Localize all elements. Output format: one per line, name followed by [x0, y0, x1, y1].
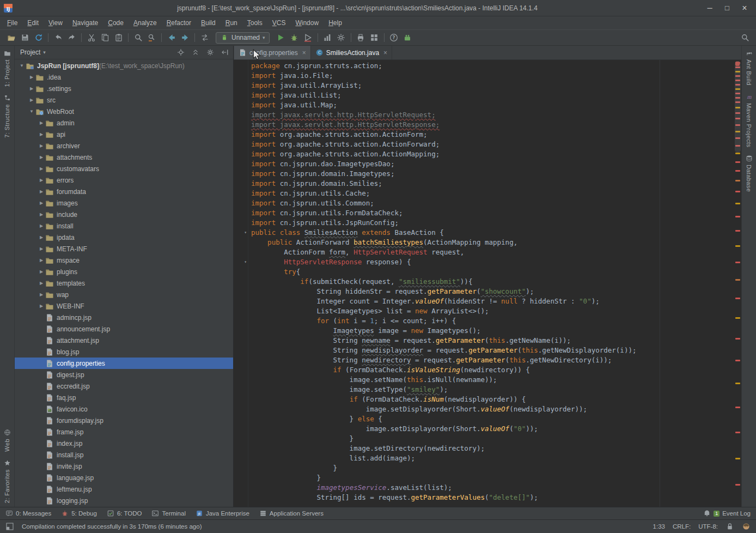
stripe-mark[interactable] — [735, 245, 740, 247]
tree-item-errors[interactable]: ▶errors — [15, 174, 233, 186]
tree-item-plugins[interactable]: ▶plugins — [15, 266, 233, 277]
tree-item-favicon.ico[interactable]: favicon.ico — [15, 403, 233, 415]
toolwindow-button-java-enterprise[interactable]: JEJava Enterprise — [196, 510, 249, 517]
tree-item-images[interactable]: ▶images — [15, 197, 233, 209]
tree-item-api[interactable]: ▶api — [15, 129, 233, 140]
code-area[interactable]: package cn.jsprun.struts.action;import j… — [249, 60, 734, 507]
profile-button[interactable] — [321, 31, 334, 44]
tree-item-attachments[interactable]: ▶attachments — [15, 152, 233, 163]
stripe-mark[interactable] — [735, 484, 740, 486]
menu-item-run[interactable]: Run — [221, 17, 242, 28]
stripe-mark[interactable] — [735, 170, 740, 172]
close-tab-icon[interactable]: × — [302, 49, 306, 57]
menu-item-code[interactable]: Code — [103, 17, 129, 28]
plugin-button[interactable] — [401, 31, 414, 44]
print-button[interactable] — [354, 31, 368, 44]
stripe-mark[interactable] — [735, 262, 740, 263]
tree-item-webroot[interactable]: ▼WebRoot — [15, 106, 233, 117]
paste-button[interactable] — [112, 31, 125, 44]
tree-item-.idea[interactable]: ▶.idea — [15, 71, 233, 83]
tree-item-customavatars[interactable]: ▶customavatars — [15, 163, 233, 174]
coverage-button[interactable] — [301, 31, 315, 44]
tree-item-blog.jsp[interactable]: blog.jsp — [15, 346, 233, 358]
tool-button-1-project[interactable]: 1: Project — [4, 46, 11, 90]
stripe-mark[interactable] — [735, 279, 740, 281]
tool-button-web[interactable]: Web — [4, 425, 11, 456]
tree-item-leftmenu.jsp[interactable]: leftmenu.jsp — [15, 483, 233, 495]
save-button[interactable] — [18, 31, 32, 44]
menu-item-help[interactable]: Help — [324, 17, 347, 28]
menu-item-edit[interactable]: Edit — [22, 17, 44, 28]
locate-file-button[interactable] — [175, 47, 187, 58]
tree-item-admin[interactable]: ▶admin — [15, 117, 233, 129]
menu-item-window[interactable]: Window — [290, 17, 324, 28]
stripe-mark[interactable] — [735, 458, 740, 459]
tree-item-digest.jsp[interactable]: digest.jsp — [15, 369, 233, 380]
tool-button-7-structure[interactable]: 7: Structure — [4, 90, 11, 142]
fold-marker-icon[interactable]: ▾ — [244, 230, 247, 235]
forward-button[interactable] — [178, 31, 192, 44]
minimize-button[interactable]: ─ — [702, 2, 718, 14]
compare-button[interactable] — [198, 31, 211, 44]
toolwindow-toggle-icon[interactable] — [5, 522, 14, 531]
run-configuration-select[interactable]: Unnamed▾ — [216, 32, 270, 44]
tree-item-install.jsp[interactable]: install.jsp — [15, 449, 233, 461]
menu-item-view[interactable]: View — [44, 17, 68, 28]
open-button[interactable] — [4, 31, 18, 44]
tool-button-ant-build[interactable]: Ant Build — [746, 46, 753, 89]
tree-item-.settings[interactable]: ▶.settings — [15, 83, 233, 94]
editor-tab-config.properties[interactable]: config.properties× — [234, 46, 311, 59]
hector-inspector-icon[interactable] — [742, 522, 751, 531]
tree-item-config.properties[interactable]: config.properties — [15, 358, 233, 369]
stripe-mark[interactable] — [735, 216, 740, 217]
tree-item-language.jsp[interactable]: language.jsp — [15, 472, 233, 483]
tool-button-database[interactable]: Database — [746, 151, 753, 196]
tree-item-wap[interactable]: ▶wap — [15, 289, 233, 300]
lock-icon[interactable] — [725, 522, 734, 531]
toolwindow-button-0-messages[interactable]: 0: Messages — [5, 510, 51, 517]
gear-icon[interactable] — [204, 47, 216, 58]
tree-item-frame.jsp[interactable]: frame.jsp — [15, 426, 233, 438]
tree-item-jsprun-jsprunutf8[interactable]: ▼JspRun [jsprunutf8] (E:\test_work_space… — [15, 60, 233, 71]
stripe-mark[interactable] — [735, 230, 740, 232]
copy-button[interactable] — [98, 31, 112, 44]
search-button[interactable] — [738, 31, 752, 44]
toolwindow-button-6-todo[interactable]: 6: TODO — [107, 510, 142, 517]
tree-item-archiver[interactable]: ▶archiver — [15, 140, 233, 152]
encoding-widget[interactable]: UTF-8: — [698, 523, 718, 530]
stripe-mark[interactable] — [735, 338, 740, 340]
tool-button-2-favorites[interactable]: 2: Favorites — [4, 456, 11, 507]
collapse-all-button[interactable] — [190, 47, 202, 58]
menu-item-refactor[interactable]: Refactor — [162, 17, 196, 28]
project-panel-title[interactable]: Project — [20, 49, 40, 56]
stripe-mark[interactable] — [735, 191, 740, 192]
menu-item-vcs[interactable]: VCS — [267, 17, 291, 28]
stripe-mark[interactable] — [735, 180, 740, 181]
stripe-mark[interactable] — [735, 360, 740, 361]
tree-item-admincp.jsp[interactable]: admincp.jsp — [15, 312, 233, 323]
tree-item-invite.jsp[interactable]: invite.jsp — [15, 461, 233, 472]
stripe-mark[interactable] — [735, 317, 740, 319]
toolwindow-button-event-log[interactable]: 1Event Log — [703, 510, 751, 517]
stripe-mark[interactable] — [735, 161, 740, 163]
menu-item-build[interactable]: Build — [196, 17, 221, 28]
line-separator-widget[interactable]: CRLF: — [673, 523, 691, 530]
vertical-scrollbar[interactable] — [735, 61, 741, 153]
close-tab-icon[interactable]: × — [383, 49, 387, 57]
tree-item-web-inf[interactable]: ▶WEB-INF — [15, 300, 233, 312]
tree-item-forumdata[interactable]: ▶forumdata — [15, 186, 233, 197]
stripe-mark[interactable] — [735, 432, 740, 433]
settings-button[interactable] — [334, 31, 348, 44]
stripe-mark[interactable] — [735, 407, 740, 408]
run-button[interactable] — [274, 31, 288, 44]
tree-item-forumdisplay.jsp[interactable]: forumdisplay.jsp — [15, 415, 233, 426]
menu-item-tools[interactable]: Tools — [242, 17, 267, 28]
tree-item-templates[interactable]: ▶templates — [15, 277, 233, 289]
menu-item-navigate[interactable]: Navigate — [68, 17, 103, 28]
structure-button[interactable] — [368, 31, 381, 44]
maximize-button[interactable]: □ — [719, 2, 735, 14]
replace-button[interactable] — [145, 31, 158, 44]
tree-item-index.jsp[interactable]: index.jsp — [15, 438, 233, 449]
debug-button[interactable] — [288, 31, 301, 44]
caret-position-widget[interactable]: 1:33 — [653, 523, 665, 530]
